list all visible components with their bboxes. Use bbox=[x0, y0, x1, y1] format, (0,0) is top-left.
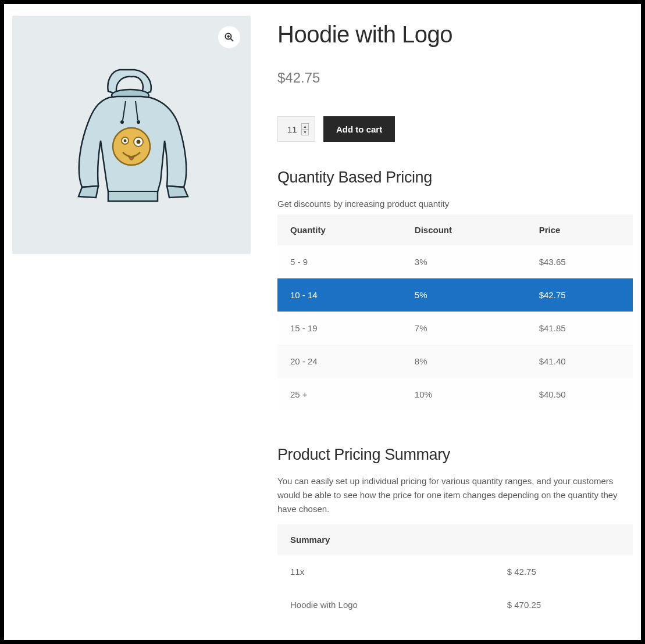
cell-discount: 10% bbox=[402, 378, 526, 411]
quantity-stepper[interactable]: ▲ ▼ bbox=[277, 116, 315, 142]
cell-discount: 8% bbox=[402, 345, 526, 378]
pricing-row[interactable]: 10 - 145%$42.75 bbox=[277, 278, 633, 312]
cell-discount: 5% bbox=[402, 278, 526, 312]
quantity-input[interactable] bbox=[286, 124, 301, 135]
summary-row: Hoodie with Logo$ 470.25 bbox=[277, 588, 633, 621]
product-page: Hoodie with Logo $42.75 ▲ ▼ Add to cart … bbox=[0, 0, 645, 644]
summary-label: 11x bbox=[277, 555, 494, 588]
cell-price: $40.50 bbox=[526, 378, 633, 411]
stepper-up-icon[interactable]: ▲ bbox=[302, 124, 308, 130]
pricing-row[interactable]: 20 - 248%$41.40 bbox=[277, 345, 633, 378]
pricing-subtext: Get discounts by increasing product quan… bbox=[277, 197, 633, 211]
pricing-row[interactable]: 25 +10%$40.50 bbox=[277, 378, 633, 411]
summary-table: Summary 11x$ 42.75Hoodie with Logo$ 470.… bbox=[277, 524, 633, 621]
product-image[interactable] bbox=[12, 16, 251, 254]
zoom-icon[interactable] bbox=[218, 26, 240, 48]
cell-quantity: 25 + bbox=[277, 378, 402, 411]
summary-heading: Product Pricing Summary bbox=[277, 446, 633, 464]
cell-quantity: 5 - 9 bbox=[277, 245, 402, 278]
product-price: $42.75 bbox=[277, 70, 633, 86]
cell-quantity: 10 - 14 bbox=[277, 278, 402, 312]
svg-point-11 bbox=[124, 139, 127, 142]
gallery-column bbox=[12, 16, 251, 640]
col-summary: Summary bbox=[277, 524, 633, 555]
svg-point-13 bbox=[137, 140, 141, 144]
hoodie-illustration bbox=[65, 59, 198, 210]
cell-price: $41.40 bbox=[526, 345, 633, 378]
svg-line-1 bbox=[231, 39, 234, 42]
cell-quantity: 20 - 24 bbox=[277, 345, 402, 378]
cell-discount: 3% bbox=[402, 245, 526, 278]
summary-value: $ 42.75 bbox=[494, 555, 633, 588]
cell-discount: 7% bbox=[402, 312, 526, 345]
col-discount: Discount bbox=[402, 214, 526, 245]
pricing-heading: Quantity Based Pricing bbox=[277, 169, 633, 187]
stepper-down-icon[interactable]: ▼ bbox=[302, 130, 308, 135]
details-column: Hoodie with Logo $42.75 ▲ ▼ Add to cart … bbox=[277, 16, 633, 640]
add-to-cart-form: ▲ ▼ Add to cart bbox=[277, 116, 633, 142]
col-price: Price bbox=[526, 214, 633, 245]
summary-subtext: You can easily set up individual pricing… bbox=[277, 474, 633, 516]
summary-row: 11x$ 42.75 bbox=[277, 555, 633, 588]
summary-label: Hoodie with Logo bbox=[277, 588, 494, 621]
cell-quantity: 15 - 19 bbox=[277, 312, 402, 345]
pricing-table: Quantity Discount Price 5 - 93%$43.6510 … bbox=[277, 214, 633, 411]
cell-price: $42.75 bbox=[526, 278, 633, 312]
svg-point-8 bbox=[137, 120, 140, 124]
col-quantity: Quantity bbox=[277, 214, 402, 245]
add-to-cart-button[interactable]: Add to cart bbox=[323, 116, 395, 142]
pricing-row[interactable]: 5 - 93%$43.65 bbox=[277, 245, 633, 278]
cell-price: $43.65 bbox=[526, 245, 633, 278]
stepper-controls: ▲ ▼ bbox=[301, 123, 309, 135]
cell-price: $41.85 bbox=[526, 312, 633, 345]
product-title: Hoodie with Logo bbox=[277, 22, 633, 48]
svg-point-7 bbox=[120, 120, 124, 124]
pricing-row[interactable]: 15 - 197%$41.85 bbox=[277, 312, 633, 345]
summary-value: $ 470.25 bbox=[494, 588, 633, 621]
